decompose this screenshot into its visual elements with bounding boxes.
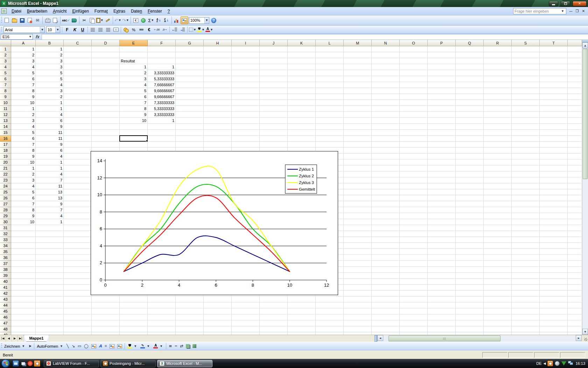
permission-icon[interactable] (26, 16, 34, 24)
cell-T44[interactable] (540, 302, 568, 308)
cell-N19[interactable] (372, 154, 400, 159)
cell-G16[interactable] (176, 136, 204, 142)
cell-A20[interactable]: 10 (11, 159, 36, 165)
cell-J6[interactable] (260, 76, 288, 82)
cell-T49[interactable] (540, 332, 568, 335)
cell-S32[interactable] (512, 231, 540, 237)
cell-G17[interactable] (176, 142, 204, 148)
cell-B12[interactable]: 4 (36, 112, 64, 118)
select-objects-icon[interactable]: ➤ (27, 343, 33, 350)
cell-A43[interactable] (11, 297, 36, 302)
cell-Q3[interactable] (456, 58, 484, 64)
menu-ansicht[interactable]: Ansicht (50, 8, 69, 15)
cell-B14[interactable]: 9 (36, 124, 64, 130)
cell-L1[interactable] (316, 46, 344, 52)
cell-L14[interactable] (316, 124, 344, 130)
cell-O3[interactable] (400, 58, 428, 64)
cell-M26[interactable] (344, 195, 372, 201)
cell-P9[interactable] (428, 94, 456, 100)
row-header-32[interactable]: 32 (0, 231, 11, 237)
tab-split-handle[interactable] (374, 335, 377, 342)
cell-H44[interactable] (204, 302, 232, 308)
cell-L46[interactable] (316, 314, 344, 320)
cell-N47[interactable] (372, 320, 400, 326)
cell-T7[interactable] (540, 82, 568, 88)
cell-S22[interactable] (512, 171, 540, 177)
cell-N28[interactable] (372, 207, 400, 213)
cell-C48[interactable] (64, 326, 92, 332)
cell-N36[interactable] (372, 255, 400, 261)
cell-Q10[interactable] (456, 100, 484, 106)
cell-C46[interactable] (64, 314, 92, 320)
menu-fenster[interactable]: Fenster (145, 8, 165, 15)
row-header-9[interactable]: 9 (0, 94, 11, 100)
cell-E49[interactable] (120, 332, 148, 335)
cell-M41[interactable] (344, 285, 372, 291)
column-header-A[interactable]: A (11, 40, 36, 46)
cell-H13[interactable] (204, 118, 232, 124)
cell-E7[interactable]: 4 (120, 82, 148, 88)
cell-R6[interactable] (484, 76, 512, 82)
cell-R32[interactable] (484, 231, 512, 237)
cell-I48[interactable] (232, 326, 260, 332)
cell-M6[interactable] (344, 76, 372, 82)
cell-N27[interactable] (372, 201, 400, 207)
cell-C37[interactable] (64, 261, 92, 267)
task-button-excel[interactable]: XMicrosoft Excel - M... (157, 360, 212, 367)
font-color-icon[interactable]: A▼ (205, 26, 214, 33)
cell-P48[interactable] (428, 326, 456, 332)
cell-P17[interactable] (428, 142, 456, 148)
cell-J9[interactable] (260, 94, 288, 100)
cell-R11[interactable] (484, 106, 512, 112)
row-header-43[interactable]: 43 (0, 297, 11, 302)
cell-A25[interactable]: 5 (11, 189, 36, 195)
cell-G8[interactable] (176, 88, 204, 94)
cell-N26[interactable] (372, 195, 400, 201)
cell-C23[interactable] (64, 177, 92, 183)
cell-K17[interactable] (288, 142, 316, 148)
cell-T12[interactable] (540, 112, 568, 118)
cell-C41[interactable] (64, 285, 92, 291)
cell-M11[interactable] (344, 106, 372, 112)
percent-icon[interactable]: % (130, 26, 138, 33)
cell-D8[interactable] (92, 88, 120, 94)
cell-N6[interactable] (372, 76, 400, 82)
scrollbar-split-handle[interactable] (582, 40, 588, 42)
cell-A24[interactable]: 4 (11, 183, 36, 189)
print-preview-icon[interactable]: ◯ (51, 16, 59, 24)
row-header-36[interactable]: 36 (0, 255, 11, 261)
minimize-button[interactable] (549, 1, 558, 6)
cell-S12[interactable] (512, 112, 540, 118)
cell-N20[interactable] (372, 159, 400, 165)
security-tray-icon[interactable] (561, 361, 566, 366)
cell-R45[interactable] (484, 308, 512, 314)
cell-M30[interactable] (344, 219, 372, 225)
row-header-4[interactable]: 4 (0, 64, 11, 70)
select-all-button[interactable] (0, 40, 11, 46)
cell-Q2[interactable] (456, 52, 484, 58)
column-header-F[interactable]: F (148, 40, 176, 46)
line-style-icon[interactable]: ≡ (167, 343, 173, 350)
cell-O9[interactable] (400, 94, 428, 100)
cell-H2[interactable] (204, 52, 232, 58)
cell-Q44[interactable] (456, 302, 484, 308)
menu-datei[interactable]: Datei (9, 8, 24, 15)
cell-O32[interactable] (400, 231, 428, 237)
cell-G49[interactable] (176, 332, 204, 335)
cell-B26[interactable]: 13 (36, 195, 64, 201)
cell-E15[interactable] (120, 130, 148, 136)
cell-P45[interactable] (428, 308, 456, 314)
row-header-35[interactable]: 35 (0, 249, 11, 255)
cell-H16[interactable] (204, 136, 232, 142)
cell-R33[interactable] (484, 237, 512, 243)
cell-E10[interactable]: 7 (120, 100, 148, 106)
cell-M13[interactable] (344, 118, 372, 124)
row-header-45[interactable]: 45 (0, 308, 11, 314)
cell-Q17[interactable] (456, 142, 484, 148)
dash-style-icon[interactable]: ┅ (174, 343, 179, 350)
cell-C8[interactable] (64, 88, 92, 94)
sort-desc-icon[interactable]: ZA↓ (163, 16, 170, 24)
row-header-18[interactable]: 18 (0, 148, 11, 154)
cell-N18[interactable] (372, 148, 400, 154)
cell-S11[interactable] (512, 106, 540, 112)
